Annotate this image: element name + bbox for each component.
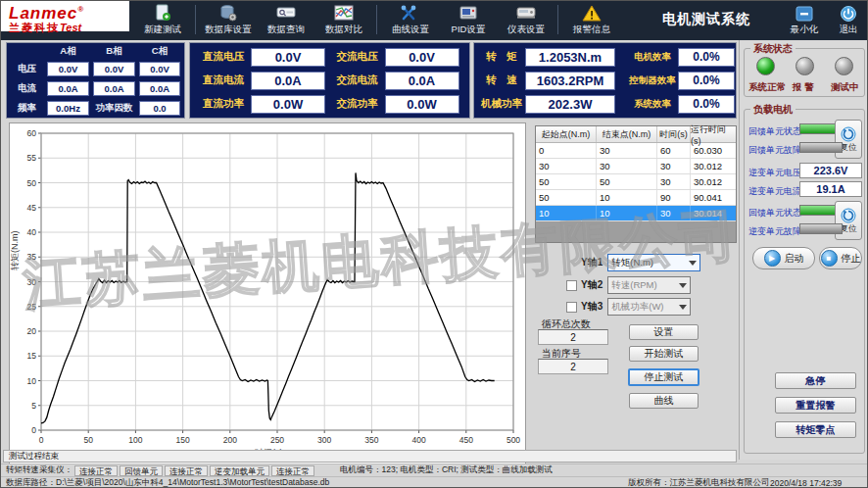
inverter-load-unit-status: 连接正常 [271, 465, 314, 476]
load-motor-group: 负载电机 回馈单元状态 复位 回馈单元故障 逆变单元电压 223.6V 逆变单元… [744, 109, 865, 454]
svg-text:25: 25 [27, 302, 37, 312]
database-settings-icon [200, 3, 257, 23]
toolbar-separator [557, 5, 558, 34]
svg-text:150: 150 [176, 435, 190, 445]
dc-current-value: 0.0A [251, 72, 325, 90]
svg-text:50: 50 [83, 435, 93, 445]
y-axis-3-label: Y轴3 [581, 300, 603, 314]
current-index-value[interactable]: 2 [538, 359, 608, 374]
svg-text:500: 500 [506, 435, 520, 445]
toolbar-curve-settings-button[interactable]: 曲线设置 [382, 3, 439, 38]
toolbar-new-test-button[interactable]: 新建测试 [134, 3, 191, 38]
stop-button[interactable]: ■停止 [819, 247, 862, 269]
power-exit-icon [827, 4, 868, 24]
mech-power-label: 机械功率 [478, 97, 525, 111]
svg-text:400: 400 [412, 435, 426, 445]
data-compare-icon [315, 3, 372, 23]
settings-button[interactable]: 设置 [629, 324, 699, 340]
data-query-icon [258, 3, 314, 23]
svg-text:20: 20 [27, 326, 37, 336]
copyright-text: 版权所有：江苏兰菱机电科技有限公司 [628, 477, 770, 488]
system-ok-led [756, 57, 775, 75]
title-bar: Lanmec® 兰菱科技Test 新建测试 数据库设置 数据查询 [1, 1, 868, 40]
svg-text:45: 45 [27, 203, 37, 213]
curve-button[interactable]: 曲线 [629, 393, 699, 409]
y-axis-3-select[interactable]: 机械功率(W) [607, 298, 691, 316]
phase-b-header: B相 [91, 43, 137, 59]
table-row[interactable]: 50503030.012 [536, 174, 736, 190]
inverter-current-value: 19.1A [799, 181, 862, 197]
table-row[interactable]: 50109090.041 [536, 190, 736, 206]
feedback-unit-status-label: 回馈单元状态 [748, 125, 801, 138]
svg-text:55: 55 [27, 153, 37, 163]
feedback-unit-fault-label: 回馈单元故障 [748, 144, 801, 157]
current-row-label: 电流 [9, 78, 45, 98]
toolbar-pid-settings-button[interactable]: PID设置 [440, 3, 497, 38]
inverter-voltage-value: 223.6V [799, 163, 862, 178]
inverter-unit-fault-indicator [799, 223, 843, 234]
start-button[interactable]: ▶启动 [752, 247, 815, 269]
motor-efficiency-value: 0.0% [678, 48, 735, 67]
phase-b-voltage: 0.0V [93, 62, 135, 76]
mech-power-value: 202.3W [525, 95, 615, 114]
alarm-led [796, 57, 814, 75]
y-axis-1-select[interactable]: 转矩(N.m) [607, 254, 700, 271]
col-time: 时间(s) [657, 126, 691, 142]
toolbar-data-query-button[interactable]: 数据查询 [258, 3, 314, 38]
svg-text:35: 35 [27, 252, 37, 262]
voltage-row-label: 电压 [9, 59, 45, 78]
toolbar-meter-settings-button[interactable]: 仪表设置 [498, 3, 555, 38]
reset-icon [841, 126, 856, 142]
y-axis-2-select[interactable]: 转速(RPM) [607, 276, 691, 294]
speed-value: 1603.2RPM [525, 72, 615, 90]
phase-c-current: 0.0A [139, 81, 180, 96]
testing-led [835, 57, 853, 75]
new-test-icon [134, 3, 191, 23]
start-test-button[interactable]: 开始测试 [629, 346, 699, 362]
toolbar-alarm-info-button[interactable]: 报警信息 [563, 3, 620, 38]
reset-alarm-button[interactable]: 重置报警 [775, 397, 856, 414]
col-start-point: 起始点(N.m) [536, 126, 597, 142]
emergency-stop-button[interactable]: 急停 [775, 372, 856, 389]
chart-plot-area: 0510152025303540455055600501001502002503… [10, 123, 525, 464]
svg-text:40: 40 [27, 227, 37, 237]
toolbar-data-compare-button[interactable]: 数据对比 [315, 3, 372, 38]
stop-test-button[interactable]: 停止测试 [628, 368, 699, 386]
brand-logo: Lanmec® 兰菱科技Test [1, 1, 129, 31]
table-row[interactable]: 30303030.012 [536, 159, 736, 174]
database-path-bar: 数据库路径： D:\兰菱\项目\2020\山东中科4_14\MotorTest1… [1, 476, 868, 488]
db-path-value: D:\兰菱\项目\2020\山东中科4_14\MotorTest1.3\Moto… [56, 477, 329, 488]
ac-voltage-label: 交流电压 [330, 50, 385, 64]
toolbar-separator [376, 5, 377, 34]
table-header-row: 起始点(N.m) 结束点(N.m) 时间(s) 运行时间(s) [536, 126, 736, 143]
toolbar-database-settings-button[interactable]: 数据库设置 [200, 3, 257, 38]
inverter-voltage-label: 逆变单元电压 [748, 167, 801, 179]
y-axis-2-checkbox[interactable] [566, 280, 577, 291]
torque-zero-button[interactable]: 转矩零点 [775, 421, 856, 438]
load-motor-title: 负载电机 [750, 103, 796, 117]
svg-text:15: 15 [27, 351, 37, 361]
pid-settings-icon [440, 3, 497, 23]
minimize-button[interactable]: 最小化 [783, 4, 826, 37]
loop-total-value[interactable]: 2 [538, 329, 608, 345]
dc-current-label: 直流电流 [196, 73, 251, 87]
svg-text:30: 30 [27, 277, 37, 287]
table-row[interactable]: 0306060.030 [536, 143, 736, 159]
speed-label: 转 速 [478, 73, 525, 87]
chevron-down-icon [679, 283, 687, 288]
svg-text:0: 0 [31, 425, 36, 435]
table-row-selected[interactable]: 10103030.014 [536, 206, 736, 221]
power-factor-label: 功率因数 [91, 99, 137, 118]
datetime-text: 2020/4/18 17:42:39 [770, 478, 842, 488]
y-axis-2-row: Y轴2 转速(RPM) [566, 276, 691, 294]
feedback-unit-status2-label: 回馈单元状态 [748, 207, 801, 220]
feedback-reset-button[interactable]: 复位 [835, 120, 862, 159]
y-axis-3-checkbox[interactable] [566, 302, 577, 313]
torque-time-chart: 转矩(N.m) 时间(s) 05101520253035404550556005… [9, 122, 526, 464]
svg-text:60: 60 [27, 128, 37, 138]
phase-c-header: C相 [137, 43, 182, 59]
exit-button[interactable]: 退出 [827, 4, 868, 37]
svg-text:200: 200 [223, 435, 237, 445]
feedback-unit-fault-indicator [799, 142, 843, 153]
inverter-reset-button[interactable]: 复位 [835, 201, 862, 240]
